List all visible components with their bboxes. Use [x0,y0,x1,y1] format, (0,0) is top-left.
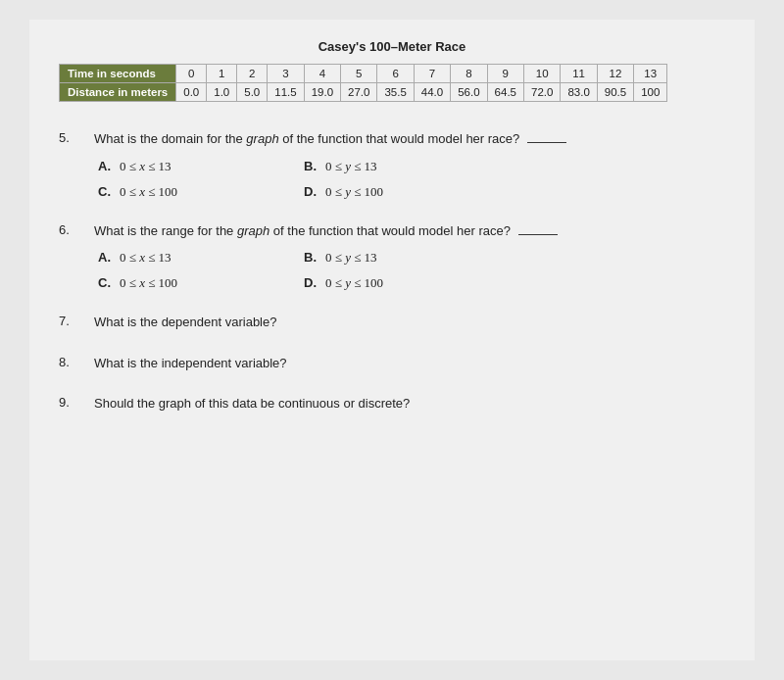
table-cell: 83.0 [561,83,597,102]
table-cell: 1.0 [207,83,237,102]
option-letter-5b: B. [304,159,321,173]
table-cell: 90.5 [597,83,633,102]
table-cell: 6 [377,65,414,83]
option-letter-6d: D. [304,275,321,290]
option-letter-5c: C. [98,184,116,199]
question-text-6: What is the range for the graph of the f… [94,221,725,241]
option-5c: C. 0 ≤ x ≤ 100 [98,184,294,200]
table-cell: 3 [268,65,304,83]
answer-blank-6 [518,234,558,235]
answer-blank-5 [527,142,566,143]
option-letter-5d: D. [304,184,321,199]
options-grid-6: A. 0 ≤ x ≤ 13 B. 0 ≤ y ≤ 13 C. 0 ≤ x ≤ 1… [94,250,725,291]
option-letter-6b: B. [304,250,321,265]
question-7: 7. What is the dependent variable? [59,313,725,332]
option-text-6a: 0 ≤ x ≤ 13 [120,250,172,266]
table-cell: 72.0 [524,83,561,102]
question-8: 8. What is the independent variable? [59,354,725,373]
table-header-label: Time in seconds [60,65,176,83]
page-title: Casey's 100–Meter Race [59,39,725,54]
question-number-8: 8. [59,354,94,369]
question-number-5: 5. [59,129,94,145]
italic-graph: graph [246,131,278,146]
table-cell: 0.0 [176,83,207,102]
option-text-5c: 0 ≤ x ≤ 100 [120,184,177,200]
italic-graph-6: graph [237,223,270,238]
table-cell: 64.5 [487,83,523,102]
option-6d: D. 0 ≤ y ≤ 100 [304,275,500,291]
page: Casey's 100–Meter Race Time in seconds 0… [29,20,755,660]
question-9: 9. Should the graph of this data be cont… [59,394,725,413]
table-cell: 5.0 [237,83,268,102]
question-number-6: 6. [59,221,94,237]
option-text-5d: 0 ≤ y ≤ 100 [325,184,383,200]
table-cell: 44.0 [414,83,450,102]
option-5a: A. 0 ≤ x ≤ 13 [98,159,294,174]
option-6a: A. 0 ≤ x ≤ 13 [98,250,294,266]
table-cell: 2 [237,65,268,83]
table-cell: 1 [207,65,237,83]
table-row-header: Time in seconds 0 1 2 3 4 5 6 7 8 9 10 1… [60,65,667,83]
option-text-6b: 0 ≤ y ≤ 13 [325,250,377,266]
options-grid-5: A. 0 ≤ x ≤ 13 B. 0 ≤ y ≤ 13 C. 0 ≤ x ≤ 1… [94,159,725,200]
option-text-6d: 0 ≤ y ≤ 100 [325,275,383,291]
question-text-7: What is the dependent variable? [94,313,725,332]
table-cell: 9 [487,65,523,83]
table-cell: 27.0 [341,83,377,102]
question-text-5: What is the domain for the graph of the … [94,129,725,149]
question-content-9: Should the graph of this data be continu… [94,394,725,413]
table-cell: 0 [176,65,207,83]
question-text-9: Should the graph of this data be continu… [94,394,725,413]
option-letter-6c: C. [98,275,116,290]
question-number-7: 7. [59,313,94,328]
option-text-5a: 0 ≤ x ≤ 13 [120,159,172,174]
table-cell: 11 [561,65,597,83]
table-row-data: Distance in meters 0.0 1.0 5.0 11.5 19.0… [60,83,667,102]
table-cell: 10 [524,65,561,83]
question-text-8: What is the independent variable? [94,354,725,373]
option-5d: D. 0 ≤ y ≤ 100 [304,184,500,200]
table-cell: 8 [451,65,487,83]
table-row-label: Distance in meters [60,83,176,102]
question-6: 6. What is the range for the graph of th… [59,221,725,292]
option-letter-5a: A. [98,159,116,173]
table-cell: 11.5 [268,83,304,102]
table-cell: 100 [634,83,667,102]
question-content-7: What is the dependent variable? [94,313,725,332]
table-cell: 7 [414,65,450,83]
question-content-5: What is the domain for the graph of the … [94,129,725,200]
table-cell: 12 [597,65,633,83]
question-content-6: What is the range for the graph of the f… [94,221,725,292]
option-letter-6a: A. [98,250,116,265]
table-cell: 13 [634,65,667,83]
question-number-9: 9. [59,394,94,410]
table-cell: 19.0 [304,83,340,102]
table-cell: 4 [304,65,340,83]
option-5b: B. 0 ≤ y ≤ 13 [304,159,500,174]
question-5: 5. What is the domain for the graph of t… [59,129,725,200]
question-content-8: What is the independent variable? [94,354,725,373]
table-cell: 35.5 [377,83,414,102]
data-table: Time in seconds 0 1 2 3 4 5 6 7 8 9 10 1… [59,64,667,102]
table-cell: 5 [341,65,377,83]
option-6b: B. 0 ≤ y ≤ 13 [304,250,500,266]
option-text-6c: 0 ≤ x ≤ 100 [120,275,177,291]
option-6c: C. 0 ≤ x ≤ 100 [98,275,294,291]
table-cell: 56.0 [451,83,487,102]
option-text-5b: 0 ≤ y ≤ 13 [325,159,377,174]
